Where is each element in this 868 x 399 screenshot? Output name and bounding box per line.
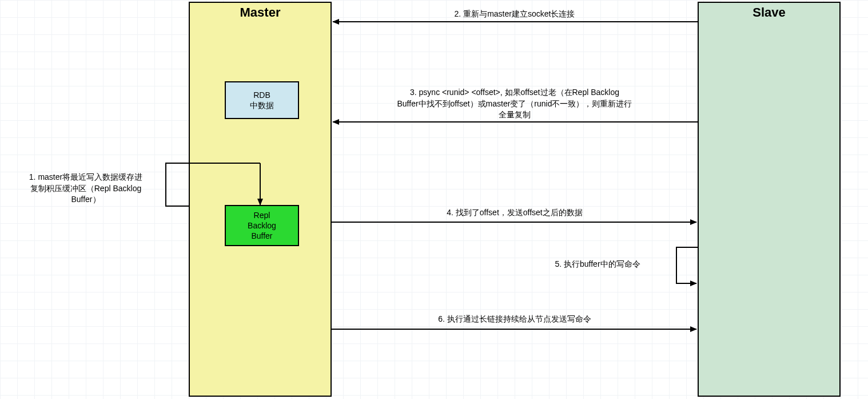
step3-label: 3. psync <runid> <offset>, 如果offset过老（在R… [366, 87, 663, 121]
buffer-line2: Backlog [248, 220, 276, 231]
step6-label: 6. 执行通过长链接持续给从节点发送写命令 [366, 314, 663, 325]
slave-node-box: Slave [698, 2, 841, 397]
buffer-line3: Buffer [251, 231, 272, 241]
step4-label: 4. 找到了offset，发送offset之后的数据 [366, 207, 663, 219]
buffer-line1: Repl [254, 210, 270, 220]
master-title: Master [240, 5, 281, 20]
master-node-box: Master [189, 2, 332, 397]
rdb-line1: RDB [253, 90, 270, 100]
rdb-line2: 中数据 [250, 100, 274, 110]
repl-backlog-buffer-box: Repl Backlog Buffer [225, 205, 299, 246]
step2-label: 2. 重新与master建立socket长连接 [366, 9, 663, 20]
step5-label: 5. 执行buffer中的写命令 [526, 259, 669, 270]
slave-title: Slave [752, 5, 786, 20]
step1-label: 1. master将最近写入数据缓存进 复制积压缓冲区（Repl Backlog… [11, 172, 160, 206]
rdb-data-box: RDB 中数据 [225, 81, 299, 119]
